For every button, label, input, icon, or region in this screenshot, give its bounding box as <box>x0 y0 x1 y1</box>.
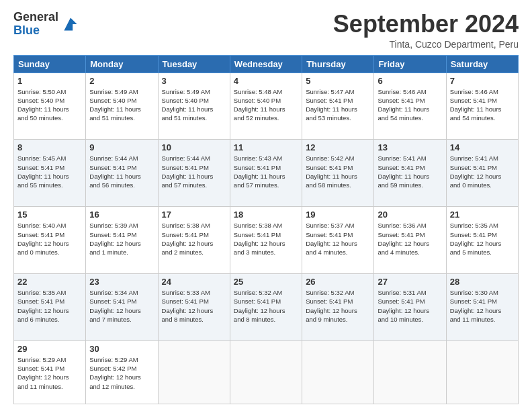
calendar-cell: 21Sunrise: 5:35 AMSunset: 5:41 PMDayligh… <box>446 207 518 274</box>
location: Tinta, Cuzco Department, Peru <box>333 39 519 50</box>
calendar-cell: 9Sunrise: 5:44 AMSunset: 5:41 PMDaylight… <box>86 140 158 207</box>
calendar-cell: 17Sunrise: 5:38 AMSunset: 5:41 PMDayligh… <box>158 207 230 274</box>
month-title: September 2024 <box>333 11 519 38</box>
day-info: Sunrise: 5:35 AMSunset: 5:41 PMDaylight:… <box>450 221 515 257</box>
day-number: 21 <box>450 210 515 220</box>
calendar-cell: 30Sunrise: 5:29 AMSunset: 5:42 PMDayligh… <box>86 340 158 404</box>
calendar-cell <box>446 340 518 404</box>
day-number: 9 <box>89 142 154 152</box>
day-number: 6 <box>378 76 442 86</box>
day-number: 10 <box>162 142 226 152</box>
day-info: Sunrise: 5:50 AMSunset: 5:40 PMDaylight:… <box>17 87 82 123</box>
day-info: Sunrise: 5:35 AMSunset: 5:41 PMDaylight:… <box>17 288 82 324</box>
weekday-header-monday: Monday <box>86 55 158 73</box>
day-number: 22 <box>17 277 82 287</box>
day-info: Sunrise: 5:30 AMSunset: 5:41 PMDaylight:… <box>450 288 515 324</box>
day-info: Sunrise: 5:37 AMSunset: 5:41 PMDaylight:… <box>306 221 370 257</box>
day-info: Sunrise: 5:29 AMSunset: 5:41 PMDaylight:… <box>17 355 82 391</box>
day-number: 7 <box>450 76 515 86</box>
day-number: 15 <box>17 210 82 220</box>
calendar-cell: 20Sunrise: 5:36 AMSunset: 5:41 PMDayligh… <box>374 207 446 274</box>
logo: General Blue <box>13 11 81 38</box>
calendar-cell: 15Sunrise: 5:40 AMSunset: 5:41 PMDayligh… <box>14 207 86 274</box>
calendar-week-5: 29Sunrise: 5:29 AMSunset: 5:41 PMDayligh… <box>14 340 519 404</box>
day-info: Sunrise: 5:32 AMSunset: 5:41 PMDaylight:… <box>306 288 370 324</box>
calendar-week-1: 1Sunrise: 5:50 AMSunset: 5:40 PMDaylight… <box>14 73 519 140</box>
calendar-cell: 18Sunrise: 5:38 AMSunset: 5:41 PMDayligh… <box>230 207 302 274</box>
day-info: Sunrise: 5:48 AMSunset: 5:40 PMDaylight:… <box>234 87 298 123</box>
page: General Blue September 2024 Tinta, Cuzco… <box>0 0 532 411</box>
title-block: September 2024 Tinta, Cuzco Department, … <box>333 11 519 50</box>
calendar-cell: 13Sunrise: 5:41 AMSunset: 5:41 PMDayligh… <box>374 140 446 207</box>
logo-icon <box>60 13 81 35</box>
calendar-cell: 7Sunrise: 5:46 AMSunset: 5:41 PMDaylight… <box>446 73 518 140</box>
weekday-header-row: SundayMondayTuesdayWednesdayThursdayFrid… <box>14 55 519 73</box>
day-info: Sunrise: 5:41 AMSunset: 5:41 PMDaylight:… <box>378 154 442 189</box>
day-number: 29 <box>17 344 82 354</box>
calendar-cell: 19Sunrise: 5:37 AMSunset: 5:41 PMDayligh… <box>302 207 374 274</box>
weekday-header-friday: Friday <box>374 55 446 73</box>
day-number: 1 <box>17 76 82 86</box>
day-info: Sunrise: 5:45 AMSunset: 5:41 PMDaylight:… <box>17 154 82 189</box>
calendar-cell: 23Sunrise: 5:34 AMSunset: 5:41 PMDayligh… <box>86 274 158 341</box>
calendar-cell: 6Sunrise: 5:46 AMSunset: 5:41 PMDaylight… <box>374 73 446 140</box>
calendar-cell <box>302 340 374 404</box>
day-info: Sunrise: 5:29 AMSunset: 5:42 PMDaylight:… <box>89 355 154 391</box>
day-number: 17 <box>162 210 226 220</box>
day-number: 23 <box>89 277 154 287</box>
day-number: 24 <box>162 277 226 287</box>
day-number: 30 <box>89 344 154 354</box>
weekday-header-wednesday: Wednesday <box>230 55 302 73</box>
day-number: 11 <box>234 142 298 152</box>
day-number: 4 <box>234 76 298 86</box>
day-number: 19 <box>306 210 370 220</box>
calendar-cell: 24Sunrise: 5:33 AMSunset: 5:41 PMDayligh… <box>158 274 230 341</box>
calendar-cell: 2Sunrise: 5:49 AMSunset: 5:40 PMDaylight… <box>86 73 158 140</box>
day-info: Sunrise: 5:46 AMSunset: 5:41 PMDaylight:… <box>450 87 515 123</box>
day-number: 3 <box>162 76 226 86</box>
day-number: 16 <box>89 210 154 220</box>
calendar-cell: 5Sunrise: 5:47 AMSunset: 5:41 PMDaylight… <box>302 73 374 140</box>
day-info: Sunrise: 5:49 AMSunset: 5:40 PMDaylight:… <box>162 87 226 123</box>
calendar-cell: 4Sunrise: 5:48 AMSunset: 5:40 PMDaylight… <box>230 73 302 140</box>
calendar-cell: 28Sunrise: 5:30 AMSunset: 5:41 PMDayligh… <box>446 274 518 341</box>
weekday-header-thursday: Thursday <box>302 55 374 73</box>
calendar-week-4: 22Sunrise: 5:35 AMSunset: 5:41 PMDayligh… <box>14 274 519 341</box>
logo-general-text: General <box>13 10 58 24</box>
calendar-cell: 22Sunrise: 5:35 AMSunset: 5:41 PMDayligh… <box>14 274 86 341</box>
day-info: Sunrise: 5:39 AMSunset: 5:41 PMDaylight:… <box>89 221 154 257</box>
day-info: Sunrise: 5:38 AMSunset: 5:41 PMDaylight:… <box>234 221 298 257</box>
day-number: 12 <box>306 142 370 152</box>
day-info: Sunrise: 5:31 AMSunset: 5:41 PMDaylight:… <box>378 288 442 324</box>
calendar-cell: 8Sunrise: 5:45 AMSunset: 5:41 PMDaylight… <box>14 140 86 207</box>
day-info: Sunrise: 5:40 AMSunset: 5:41 PMDaylight:… <box>17 221 82 257</box>
day-number: 8 <box>17 142 82 152</box>
day-info: Sunrise: 5:36 AMSunset: 5:41 PMDaylight:… <box>378 221 442 257</box>
day-info: Sunrise: 5:44 AMSunset: 5:41 PMDaylight:… <box>89 154 154 189</box>
svg-marker-0 <box>64 17 77 30</box>
day-info: Sunrise: 5:42 AMSunset: 5:41 PMDaylight:… <box>306 154 370 189</box>
day-info: Sunrise: 5:34 AMSunset: 5:41 PMDaylight:… <box>89 288 154 324</box>
day-info: Sunrise: 5:38 AMSunset: 5:41 PMDaylight:… <box>162 221 226 257</box>
calendar-cell: 1Sunrise: 5:50 AMSunset: 5:40 PMDaylight… <box>14 73 86 140</box>
day-info: Sunrise: 5:43 AMSunset: 5:41 PMDaylight:… <box>234 154 298 189</box>
day-info: Sunrise: 5:32 AMSunset: 5:41 PMDaylight:… <box>234 288 298 324</box>
weekday-header-sunday: Sunday <box>14 55 86 73</box>
weekday-header-tuesday: Tuesday <box>158 55 230 73</box>
header: General Blue September 2024 Tinta, Cuzco… <box>13 11 519 50</box>
day-info: Sunrise: 5:41 AMSunset: 5:41 PMDaylight:… <box>450 154 515 189</box>
day-number: 20 <box>378 210 442 220</box>
calendar-cell <box>158 340 230 404</box>
calendar-cell: 14Sunrise: 5:41 AMSunset: 5:41 PMDayligh… <box>446 140 518 207</box>
day-info: Sunrise: 5:46 AMSunset: 5:41 PMDaylight:… <box>378 87 442 123</box>
day-number: 25 <box>234 277 298 287</box>
calendar-cell: 27Sunrise: 5:31 AMSunset: 5:41 PMDayligh… <box>374 274 446 341</box>
day-number: 13 <box>378 142 442 152</box>
calendar-cell: 11Sunrise: 5:43 AMSunset: 5:41 PMDayligh… <box>230 140 302 207</box>
calendar-cell: 16Sunrise: 5:39 AMSunset: 5:41 PMDayligh… <box>86 207 158 274</box>
day-info: Sunrise: 5:44 AMSunset: 5:41 PMDaylight:… <box>162 154 226 189</box>
calendar-cell: 10Sunrise: 5:44 AMSunset: 5:41 PMDayligh… <box>158 140 230 207</box>
day-number: 14 <box>450 142 515 152</box>
day-number: 26 <box>306 277 370 287</box>
logo-blue-text: Blue <box>13 24 40 37</box>
